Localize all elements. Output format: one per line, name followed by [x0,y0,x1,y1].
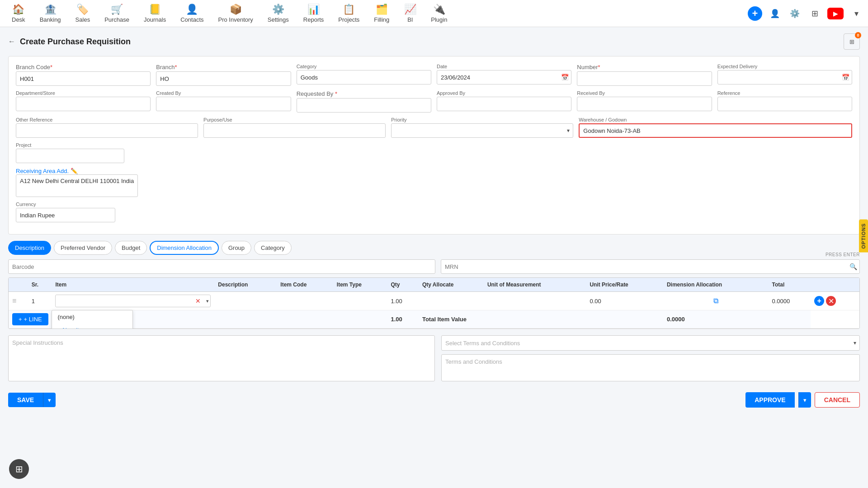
nav-pro-inventory[interactable]: 📦 Pro Inventory [211,1,260,26]
drag-handle-icon[interactable]: ≡ [12,297,16,305]
save-dropdown-button[interactable]: ▾ [43,393,56,407]
purpose-use-input[interactable] [203,123,386,138]
nav-plugin[interactable]: 🔌 Plugin [424,1,454,26]
tabs-row: Description Preferred Vendor Budget Dime… [8,241,860,255]
table-body: ≡ 1 ✕ ▾ (none) + New Item [9,292,859,328]
edit-icon[interactable]: ✏️ [71,168,78,174]
chevron-down-icon[interactable]: ▾ [849,6,863,21]
date-field-wrapper: 📅 [437,70,571,84]
terms-select[interactable]: Select Terms and Conditions [441,335,860,351]
tab-budget[interactable]: Budget [115,241,147,255]
branch-code-input[interactable] [16,71,151,86]
tab-description[interactable]: Description [8,241,51,255]
branch-input[interactable] [156,71,291,86]
nav-purchase[interactable]: 🛒 Purchase [97,1,137,26]
grid-icon-btn[interactable]: ⊞ [807,6,822,21]
desk-icon: 🏠 [12,4,24,15]
date-input[interactable] [437,70,571,84]
reference-input[interactable] [717,97,852,111]
mrn-input[interactable] [441,259,860,274]
col-drag [9,278,28,292]
tab-group[interactable]: Group [222,241,251,255]
total-label-cell: Total Item Value [419,310,586,328]
nav-projects[interactable]: 📋 Projects [331,1,367,26]
approved-by-input[interactable] [437,97,571,111]
search-icon[interactable]: 🔍 [849,263,857,270]
nav-bi[interactable]: 📈 BI [396,1,424,26]
department-input[interactable] [16,97,151,111]
nav-items: 🏠 Desk 🏦 Banking 🏷️ Sales 🛒 Purchase 📒 J… [5,1,748,26]
project-group: Project [16,142,124,163]
tab-dimension-allocation[interactable]: Dimension Allocation [150,241,219,255]
branch-code-group: Branch Code* [16,64,151,86]
page-actions-button[interactable]: ⊞ 0 [844,33,860,50]
nav-contacts[interactable]: 👤 Contacts [173,1,211,26]
number-input[interactable] [577,71,712,86]
receiving-area-link[interactable]: Receiving Area Add. ✏️ [16,168,138,174]
sales-icon: 🏷️ [76,4,89,15]
other-reference-input[interactable] [16,123,198,138]
gear-icon-btn[interactable]: ⚙️ [788,6,802,21]
tab-preferred-vendor[interactable]: Preferred Vendor [54,241,112,255]
tab-category[interactable]: Category [254,241,292,255]
requested-by-input[interactable] [297,98,431,113]
press-enter-label: PRESS ENTER [826,252,860,257]
cancel-button[interactable]: CANCEL [815,392,860,408]
table-container: Sr. Item Description Item Code Item Type… [8,277,860,329]
delete-row-button[interactable]: ✕ [826,296,836,306]
terms-col: Select Terms and Conditions ▾ Terms and … [441,335,860,381]
options-tab[interactable]: OPTIONS [859,220,868,253]
item-cell: ✕ ▾ (none) + New Item A1/AB - MI Pro max [52,292,214,310]
nav-journals[interactable]: 📒 Journals [137,1,173,26]
save-button[interactable]: SAVE [8,393,43,407]
nav-desk[interactable]: 🏠 Desk [5,1,33,26]
nav-filling-label: Filling [374,16,389,23]
project-input[interactable] [16,149,124,163]
approve-button[interactable]: APPROVE [745,392,794,408]
warehouse-group: Warehouse / Godown [579,117,852,138]
nav-reports[interactable]: 📊 Reports [296,1,331,26]
currency-input[interactable] [16,208,115,222]
purchase-icon: 🛒 [111,4,123,15]
barcode-input[interactable] [8,259,435,274]
expected-delivery-input[interactable] [717,70,852,84]
terms-text-area[interactable]: Terms and Conditions [441,354,860,381]
footer-buttons: SAVE ▾ APPROVE ▾ CANCEL [8,388,860,408]
nav-banking[interactable]: 🏦 Banking [33,1,68,26]
qty-value: 1.00 [391,298,402,305]
special-instructions[interactable]: Special Instructions [8,335,435,381]
category-group: Category [297,64,431,86]
item-option-none[interactable]: (none) [52,310,132,324]
clear-item-icon[interactable]: ✕ [195,298,201,304]
nav-filling[interactable]: 🗂️ Filling [367,1,396,26]
grid-apps-button[interactable]: ⊞ [9,459,29,479]
open-external-icon[interactable]: ⧉ [713,297,718,305]
dimension-cell: ⧉ [663,292,769,310]
add-row-button[interactable]: + [814,296,824,306]
calendar-icon-2[interactable]: 📅 [842,74,849,81]
calendar-icon[interactable]: 📅 [561,74,569,81]
table-header: Sr. Item Description Item Code Item Type… [9,278,859,292]
nav-sales[interactable]: 🏷️ Sales [68,1,98,26]
back-button[interactable]: ← [8,38,15,46]
nav-settings[interactable]: ⚙️ Settings [260,1,296,26]
priority-select[interactable]: Low Medium High [391,123,573,138]
project-label: Project [16,142,124,148]
nav-bi-label: BI [407,16,413,23]
item-option-new[interactable]: + New Item [52,324,132,329]
approve-dropdown-button[interactable]: ▾ [798,392,811,408]
item-input[interactable] [55,295,211,307]
total-spacer [586,310,663,328]
user-icon-btn[interactable]: 👤 [768,6,782,21]
filling-icon: 🗂️ [376,4,388,15]
youtube-button[interactable]: ▶ [827,8,844,19]
add-button[interactable]: + [748,6,762,21]
col-description: Description [214,278,277,292]
warehouse-input[interactable] [579,123,852,138]
received-by-input[interactable] [577,97,712,111]
total-qty-cell: 1.00 [387,310,418,328]
add-line-button[interactable]: + + LINE [12,313,48,325]
created-by-input[interactable] [156,97,291,111]
nav-pro-inventory-label: Pro Inventory [218,16,253,23]
category-input[interactable] [297,70,431,84]
